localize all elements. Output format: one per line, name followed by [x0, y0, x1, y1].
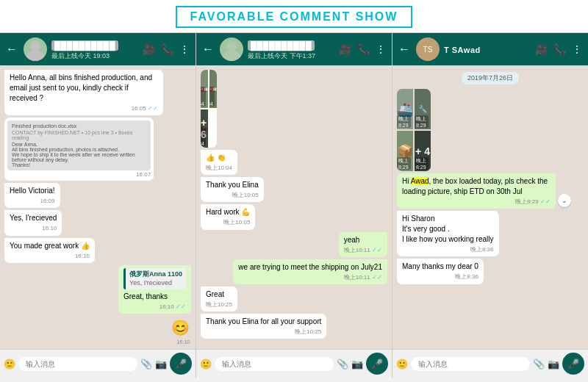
- quoted-sender: 俄罗斯Anna 1100: [129, 270, 182, 279]
- truck-img-1: 🚛 晚上9:44: [201, 70, 208, 108]
- msg-2-6: Great 晚上10:25: [201, 286, 237, 311]
- chat-panel-3: ← TS T SAwad 🎥 📞 ⋮ 2019年7月26日: [392, 33, 588, 378]
- emoji-input-icon[interactable]: 🙂: [4, 358, 15, 370]
- msg-text: Hello Anna, all bins finished production…: [10, 73, 152, 102]
- attach-inner: Finished production doc.xlsx CONTACT by …: [7, 120, 151, 170]
- phone-icon[interactable]: 📞: [161, 43, 173, 55]
- msg-text: Yes, I'recieved: [10, 214, 57, 222]
- quoted-text: Yes, I'recieved: [129, 278, 182, 288]
- msg-2-5: we are trying to meet the shipping on Ju…: [233, 259, 387, 284]
- message-input-1[interactable]: [18, 357, 137, 371]
- msg-time: 晚上8:29 ✓✓: [402, 198, 551, 206]
- img-time: 晚上8:29: [397, 157, 411, 170]
- msg-text: 👍 👏: [206, 154, 226, 162]
- msg-time: 晚上8:36: [402, 273, 478, 281]
- menu-icon-3[interactable]: ⋮: [572, 43, 582, 55]
- msg-1-5: You made great work 👍 16:10: [4, 238, 95, 263]
- camera-icon-3[interactable]: 📷: [548, 358, 559, 370]
- contact-name-3: T SAwad: [444, 46, 481, 54]
- msg-time: 16:10: [171, 339, 190, 346]
- mic-button-1[interactable]: 🎤: [170, 353, 192, 375]
- check-icon: ✓✓: [372, 274, 382, 281]
- msg-1-6: 俄罗斯Anna 1100 Yes, I'recieved Great, than…: [118, 265, 191, 314]
- msg-3-sent: Hi Awad, the box loaded today, pls check…: [397, 173, 556, 209]
- emoji-input-icon-3[interactable]: 🙂: [396, 358, 408, 370]
- avatar-initials: TS: [423, 46, 433, 54]
- panel-3-header: ← TS T SAwad 🎥 📞 ⋮: [392, 33, 588, 65]
- svg-point-0: [30, 41, 40, 51]
- mic-button-2[interactable]: 🎤: [366, 353, 388, 375]
- date-badge-3: 2019年7月26日: [462, 72, 519, 84]
- truck-img-2: 🚛 晚上9:44: [209, 70, 217, 108]
- chat-body-1: Hello Anna, all bins finished production…: [0, 65, 196, 349]
- emoji-input-icon-2[interactable]: 🙂: [200, 358, 212, 370]
- img-time: 晚上9:44: [201, 126, 206, 146]
- video-icon[interactable]: 🎥: [143, 43, 155, 55]
- svg-point-1: [26, 51, 44, 61]
- img-time: 晚上9:44: [201, 87, 206, 107]
- msg-time: 晚上10:04: [206, 164, 232, 172]
- msg-text: Thank you Elina: [206, 181, 259, 189]
- back-icon[interactable]: ←: [6, 43, 18, 56]
- avatar-2: [220, 37, 243, 61]
- msg-1-7: 😊 16:10: [170, 316, 191, 347]
- mic-button-3[interactable]: 🎤: [562, 353, 584, 375]
- input-bar-1: 🙂 📎 📷 🎤: [0, 349, 196, 378]
- menu-icon-2[interactable]: ⋮: [376, 43, 386, 55]
- avatar-3: TS: [416, 37, 440, 61]
- video-icon-3[interactable]: 🎥: [535, 43, 548, 55]
- msg-2-4: yeah 晚上10:11 ✓✓: [339, 232, 387, 257]
- contact-info-2: ██████████ 最后上线今天 下午1:37: [248, 38, 334, 61]
- contact-info-1: ██████████ 最后上线今天 19:03: [51, 38, 138, 61]
- scroll-down-btn[interactable]: ⌄: [558, 194, 571, 207]
- input-bar-3: 🙂 📎 📷 🎤: [392, 349, 588, 378]
- truck-img-3: 📦 + 6 晚上9:44: [201, 109, 208, 148]
- msg-text: Thank you Elina for all your support: [206, 317, 321, 325]
- camera-icon-2[interactable]: 📷: [351, 358, 363, 370]
- contact-status-1: 最后上线今天 19:03: [51, 51, 138, 61]
- back-icon-2[interactable]: ←: [202, 43, 214, 56]
- msg-text: Many thanks my dear 0: [402, 262, 478, 270]
- header-icons-2: 🎥 📞 ⋮: [339, 43, 386, 55]
- msg-text: Hi SharonIt's very good .I like how you …: [402, 215, 494, 243]
- attach-icon-1[interactable]: 📎: [140, 358, 152, 370]
- check-icon: ✓✓: [148, 105, 158, 112]
- msg-1-1: Hello Anna, all bins finished production…: [4, 70, 163, 115]
- img-time: 晚上8:29: [397, 115, 411, 128]
- msg-time: 16:09: [10, 197, 55, 205]
- message-input-3[interactable]: [411, 357, 530, 371]
- avatar-1: [24, 37, 47, 61]
- attach-time: 16:07: [7, 171, 151, 178]
- msg-2-2: Thank you Elina 晚上10:05: [201, 177, 264, 202]
- phone-icon-3[interactable]: 📞: [553, 43, 566, 55]
- message-input-2[interactable]: [215, 357, 334, 371]
- phone-icon-2[interactable]: 📞: [357, 43, 370, 55]
- attach-meta: CONTACT by FINISHED.NET • 10 pcs line 3 …: [12, 130, 146, 140]
- img-time: 晚上9:44: [209, 87, 215, 107]
- check-icon: ✓✓: [372, 247, 382, 253]
- msg-time: 晚上10:25: [206, 328, 321, 336]
- emoji: 😊: [171, 320, 190, 336]
- msg-1-4: Yes, I'recieved 16:10: [4, 210, 62, 235]
- msg-2-3: Hard work 💪 晚上10:05: [201, 204, 255, 229]
- menu-icon[interactable]: ⋮: [179, 43, 190, 55]
- msg-time: 16:05 ✓✓: [10, 104, 158, 112]
- back-icon-3[interactable]: ←: [398, 43, 410, 56]
- video-icon-2[interactable]: 🎥: [339, 43, 351, 55]
- img-time: 晚上8:29: [415, 115, 429, 128]
- msg-text: Hard work 💪: [206, 208, 250, 216]
- svg-point-2: [226, 41, 237, 51]
- msg-text: Hello Victoria!: [10, 187, 55, 195]
- panels-container: ← ██████████ 最后上线今天 19:03 🎥 📞 ⋮ Hello An: [0, 32, 588, 378]
- chat-panel-1: ← ██████████ 最后上线今天 19:03 🎥 📞 ⋮ Hello An: [0, 33, 196, 378]
- attach-icon-2[interactable]: 📎: [337, 358, 348, 370]
- chat-panel-2: ← ██████████ 最后上线今天 下午1:37 🎥 📞 ⋮: [196, 33, 392, 378]
- camera-icon-1[interactable]: 📷: [155, 358, 167, 370]
- attach-icon-3[interactable]: 📎: [533, 358, 545, 370]
- msg-3-recv-2: Many thanks my dear 0 晚上8:36: [397, 259, 484, 284]
- msg-time: 16:10: [10, 224, 57, 232]
- msg-1-attach: Finished production doc.xlsx CONTACT by …: [4, 118, 154, 181]
- panel-1-header: ← ██████████ 最后上线今天 19:03 🎥 📞 ⋮: [0, 33, 196, 65]
- msg-text: Great: [206, 290, 224, 298]
- msg-3-sent-wrapper: Hi Awad, the box loaded today, pls check…: [397, 173, 584, 209]
